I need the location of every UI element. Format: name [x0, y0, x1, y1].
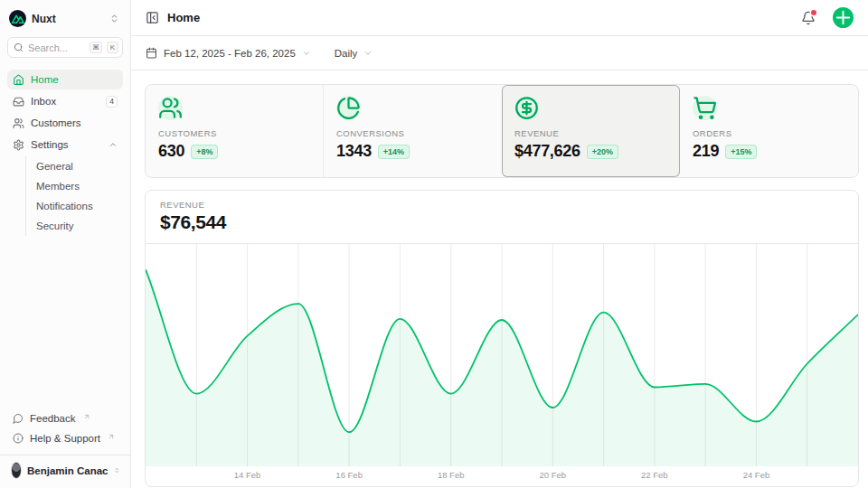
x-tick-label: 14 Feb: [234, 470, 261, 480]
x-tick-label: 20 Feb: [539, 470, 566, 480]
sidebar-item-home[interactable]: Home: [7, 70, 123, 89]
interval-select[interactable]: Daily: [335, 48, 373, 59]
sidebar-item-inbox[interactable]: Inbox 4: [7, 91, 123, 111]
delta-badge: +15%: [725, 145, 757, 159]
message-circle-icon: [13, 413, 24, 424]
stat-card-orders[interactable]: ORDERS 219 +15%: [680, 85, 858, 177]
users-icon: [158, 96, 183, 120]
nuxt-logo-icon: [9, 10, 26, 27]
user-menu[interactable]: Benjamin Canac: [7, 455, 123, 481]
chevron-up-icon: [108, 140, 118, 149]
house-icon: [13, 74, 24, 86]
plus-icon: [833, 7, 854, 28]
circle-dollar-icon: [514, 96, 539, 120]
revenue-chart-card: REVENUE $76,544 14 Feb16 Feb18 Feb20 Feb…: [145, 190, 859, 487]
collapse-sidebar-button[interactable]: [146, 11, 159, 24]
sidebar-spacer: [7, 238, 123, 408]
sidebar-subitem-general[interactable]: General: [36, 156, 123, 176]
page-title: Home: [167, 11, 793, 24]
chevrons-up-down-icon: [114, 465, 119, 475]
gear-icon: [13, 139, 24, 151]
sidebar-link-feedback[interactable]: Feedback: [7, 408, 123, 428]
stats-row: CUSTOMERS 630 +8% CONVERSIONS 1343 +14% …: [145, 84, 859, 178]
stat-card-revenue[interactable]: REVENUE $477,626 +20%: [502, 85, 680, 177]
topbar: Home: [131, 0, 868, 36]
date-range-picker[interactable]: Feb 12, 2025 - Feb 26, 2025: [146, 47, 311, 59]
kbd-cmd: ⌘: [90, 42, 102, 53]
external-link-icon: [108, 433, 115, 440]
interval-value: Daily: [335, 48, 358, 59]
sidebar: Nuxt Search... ⌘ K Home Inbox 4 Customer…: [0, 0, 131, 488]
sidebar-subitem-security[interactable]: Security: [36, 216, 123, 236]
sidebar-item-customers[interactable]: Customers: [7, 113, 123, 133]
chart-pie-icon: [336, 96, 361, 120]
chevron-down-icon: [363, 49, 373, 58]
main: Home Feb 12, 2025 - Feb 26, 2025 Daily C…: [131, 0, 868, 488]
inbox-count-badge: 4: [106, 96, 118, 108]
calendar-icon: [146, 47, 157, 59]
workspace-switcher[interactable]: Nuxt: [7, 8, 123, 29]
sidebar-subitem-notifications[interactable]: Notifications: [36, 196, 123, 216]
stat-card-customers[interactable]: CUSTOMERS 630 +8%: [146, 85, 324, 177]
x-tick-label: 24 Feb: [743, 470, 770, 480]
search-placeholder: Search...: [28, 42, 85, 53]
delta-badge: +14%: [378, 145, 410, 159]
delta-badge: +8%: [191, 145, 218, 159]
x-tick-label: 22 Feb: [641, 470, 668, 480]
settings-children: GeneralMembersNotificationsSecurity: [25, 156, 123, 236]
notifications-button[interactable]: [801, 11, 816, 25]
sidebar-nav: Home Inbox 4 Customers Settings GeneralM…: [7, 70, 123, 238]
revenue-area-chart[interactable]: [146, 244, 858, 466]
search-input[interactable]: Search... ⌘ K: [7, 37, 123, 58]
kbd-k: K: [107, 42, 118, 53]
notification-dot: [811, 10, 816, 15]
users-icon: [13, 117, 24, 129]
sidebar-link-help-support[interactable]: Help & Support: [7, 428, 123, 448]
user-name: Benjamin Canac: [27, 465, 108, 476]
chart-header: REVENUE $76,544: [146, 191, 858, 244]
chart-svg: [146, 244, 858, 466]
chevron-down-icon: [302, 49, 311, 58]
info-icon: [13, 433, 24, 444]
sidebar-item-settings[interactable]: Settings: [7, 135, 123, 155]
inbox-icon: [13, 96, 24, 108]
search-icon: [14, 42, 24, 52]
chevrons-up-down-icon: [109, 14, 119, 23]
chart-value: $76,544: [160, 211, 844, 233]
avatar: [11, 462, 22, 479]
sidebar-footer-links: FeedbackHelp & Support: [7, 408, 123, 448]
app: Nuxt Search... ⌘ K Home Inbox 4 Customer…: [0, 0, 868, 488]
add-button[interactable]: [833, 7, 854, 28]
x-tick-label: 18 Feb: [438, 470, 465, 480]
external-link-icon: [83, 413, 90, 420]
workspace-name: Nuxt: [32, 13, 104, 25]
chart-x-axis: 14 Feb16 Feb18 Feb20 Feb22 Feb24 Feb: [146, 466, 858, 484]
chart-label: REVENUE: [160, 200, 844, 210]
sidebar-subitem-members[interactable]: Members: [36, 176, 123, 196]
shopping-cart-icon: [693, 96, 717, 120]
content: CUSTOMERS 630 +8% CONVERSIONS 1343 +14% …: [131, 70, 868, 488]
stat-card-conversions[interactable]: CONVERSIONS 1343 +14%: [324, 85, 502, 177]
filter-toolbar: Feb 12, 2025 - Feb 26, 2025 Daily: [131, 36, 868, 70]
date-range-value: Feb 12, 2025 - Feb 26, 2025: [164, 48, 296, 59]
x-tick-label: 16 Feb: [335, 470, 363, 480]
delta-badge: +20%: [587, 145, 618, 159]
